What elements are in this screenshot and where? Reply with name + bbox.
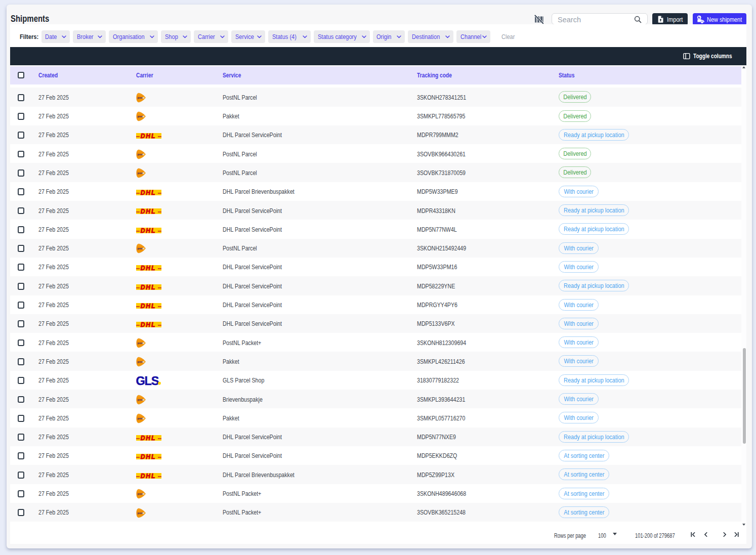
- svg-text:nl: nl: [142, 492, 145, 495]
- svg-text:nl: nl: [142, 511, 145, 515]
- svg-text:nl: nl: [142, 115, 145, 118]
- svg-text:D: D: [141, 454, 145, 459]
- svg-text:D: D: [141, 284, 145, 290]
- svg-text:L: L: [151, 208, 155, 214]
- svg-text:L: L: [151, 473, 155, 479]
- svg-text:post: post: [138, 247, 143, 250]
- svg-text:nl: nl: [142, 247, 145, 250]
- svg-text:nl: nl: [142, 172, 145, 175]
- svg-text:L: L: [151, 284, 155, 290]
- svg-text:post: post: [138, 492, 143, 495]
- svg-text:H: H: [146, 435, 150, 441]
- svg-text:L: L: [151, 228, 155, 233]
- svg-text:H: H: [146, 190, 150, 195]
- svg-text:D: D: [141, 190, 145, 195]
- svg-text:L: L: [151, 190, 155, 195]
- svg-text:H: H: [146, 303, 150, 309]
- svg-text:L: L: [151, 133, 155, 139]
- svg-text:post: post: [138, 341, 143, 345]
- svg-text:post: post: [138, 398, 143, 401]
- svg-text:D: D: [141, 322, 145, 327]
- svg-text:H: H: [146, 322, 150, 327]
- svg-text:L: L: [151, 303, 155, 309]
- svg-text:H: H: [146, 265, 150, 271]
- svg-text:nl: nl: [142, 153, 145, 156]
- svg-text:post: post: [138, 417, 143, 420]
- svg-text:post: post: [138, 153, 143, 156]
- svg-text:D: D: [141, 435, 145, 441]
- svg-text:H: H: [146, 228, 150, 233]
- svg-text:D: D: [141, 473, 145, 479]
- svg-text:D: D: [141, 133, 145, 139]
- svg-text:post: post: [138, 96, 143, 99]
- svg-text:L: L: [151, 265, 155, 271]
- svg-text:D: D: [141, 265, 145, 271]
- svg-text:H: H: [146, 284, 150, 290]
- svg-text:nl: nl: [142, 417, 145, 420]
- svg-text:post: post: [138, 115, 143, 118]
- svg-text:H: H: [146, 454, 150, 459]
- svg-text:post: post: [138, 360, 143, 363]
- svg-text:nl: nl: [142, 341, 145, 345]
- svg-text:post: post: [138, 511, 143, 515]
- svg-text:L: L: [151, 322, 155, 327]
- svg-text:post: post: [138, 172, 143, 175]
- svg-text:nl: nl: [142, 398, 145, 401]
- svg-text:D: D: [141, 208, 145, 214]
- svg-text:nl: nl: [142, 96, 145, 99]
- svg-text:L: L: [151, 435, 155, 441]
- svg-text:H: H: [146, 208, 150, 214]
- svg-text:H: H: [146, 133, 150, 139]
- svg-text:D: D: [141, 228, 145, 233]
- svg-text:H: H: [146, 473, 150, 479]
- svg-text:L: L: [151, 454, 155, 459]
- svg-text:D: D: [141, 303, 145, 309]
- svg-text:nl: nl: [142, 360, 145, 363]
- svg-text:GLS: GLS: [136, 375, 159, 386]
